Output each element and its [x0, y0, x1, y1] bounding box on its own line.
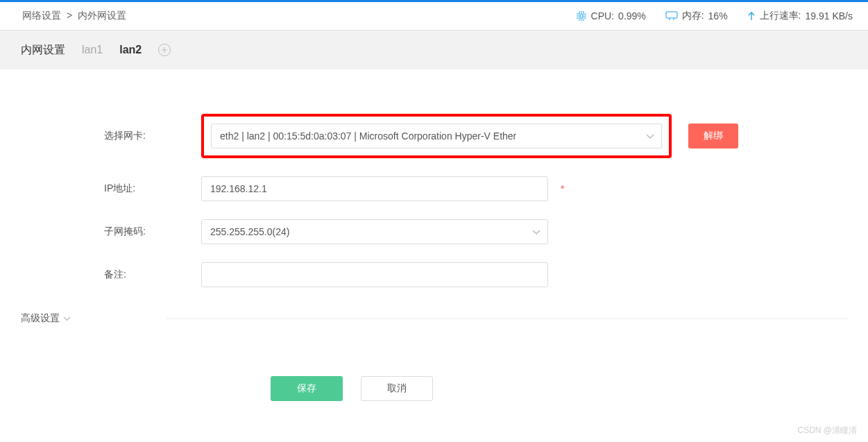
cancel-button[interactable]: 取消 — [361, 376, 433, 401]
breadcrumb-part-2[interactable]: 内外网设置 — [78, 10, 126, 21]
uplink-status: 上行速率: 19.91 KB/s — [747, 10, 853, 22]
uplink-label: 上行速率: — [760, 10, 801, 22]
chevron-down-icon — [532, 226, 541, 237]
plus-icon — [161, 46, 168, 53]
svg-rect-14 — [666, 12, 677, 18]
required-mark: * — [561, 183, 564, 194]
memory-icon — [665, 11, 678, 21]
nic-select-value: eth2 | lan2 | 00:15:5d:0a:03:07 | Micros… — [220, 130, 516, 142]
advanced-section: 高级设置 — [0, 312, 868, 325]
note-label: 备注: — [21, 269, 201, 281]
unbind-button[interactable]: 解绑 — [688, 124, 738, 148]
breadcrumb-part-1[interactable]: 网络设置 — [22, 10, 61, 21]
uplink-value: 19.91 KB/s — [806, 10, 853, 22]
ip-label: IP地址: — [21, 182, 201, 195]
svg-rect-1 — [580, 15, 583, 17]
nic-highlight-box: eth2 | lan2 | 00:15:5d:0a:03:07 | Micros… — [201, 114, 672, 158]
add-tab-button[interactable] — [158, 44, 171, 56]
memory-status: 内存: 16% — [665, 10, 728, 22]
cpu-status: CPU: 0.99% — [576, 10, 646, 22]
tab-lan2[interactable]: lan2 — [119, 44, 142, 56]
mask-label: 子网掩码: — [21, 226, 201, 238]
watermark: CSDN @清瞳清 — [797, 425, 857, 436]
cpu-icon — [576, 10, 587, 22]
svg-rect-0 — [579, 13, 584, 19]
topbar: 网络设置 > 内外网设置 CPU: 0.99% 内存: 16% — [0, 0, 868, 31]
nic-select[interactable]: eth2 | lan2 | 00:15:5d:0a:03:07 | Micros… — [211, 124, 662, 148]
row-mask: 子网掩码: 255.255.255.0(24) — [21, 219, 847, 244]
mask-select[interactable]: 255.255.255.0(24) — [201, 219, 548, 244]
actions: 保存 取消 — [0, 376, 868, 401]
row-note: 备注: — [21, 262, 847, 287]
cpu-label: CPU: — [591, 10, 614, 22]
mask-select-value: 255.255.255.0(24) — [210, 226, 289, 237]
note-input[interactable] — [201, 262, 548, 287]
divider — [167, 318, 847, 319]
save-button[interactable]: 保存 — [271, 376, 343, 401]
memory-value: 16% — [708, 10, 728, 22]
advanced-label: 高级设置 — [21, 312, 60, 325]
tab-section-title: 内网设置 — [21, 43, 65, 58]
row-nic: 选择网卡: eth2 | lan2 | 00:15:5d:0a:03:07 | … — [21, 114, 847, 158]
form: 选择网卡: eth2 | lan2 | 00:15:5d:0a:03:07 | … — [0, 69, 868, 287]
breadcrumb-sep: > — [67, 10, 72, 21]
memory-label: 内存: — [682, 10, 704, 22]
breadcrumb: 网络设置 > 内外网设置 — [21, 10, 128, 22]
tab-header: 内网设置 lan1 lan2 — [0, 31, 868, 69]
advanced-toggle[interactable]: 高级设置 — [21, 312, 167, 325]
arrow-up-icon — [747, 11, 756, 21]
nic-label: 选择网卡: — [21, 130, 201, 142]
chevron-down-icon — [646, 130, 654, 142]
chevron-down-icon — [63, 316, 71, 321]
tab-lan1[interactable]: lan1 — [82, 44, 103, 56]
ip-input[interactable] — [201, 176, 548, 201]
status-group: CPU: 0.99% 内存: 16% 上行速率: 19.91 KB/s — [576, 10, 853, 22]
cpu-value: 0.99% — [618, 10, 646, 22]
row-ip: IP地址: * — [21, 176, 847, 201]
